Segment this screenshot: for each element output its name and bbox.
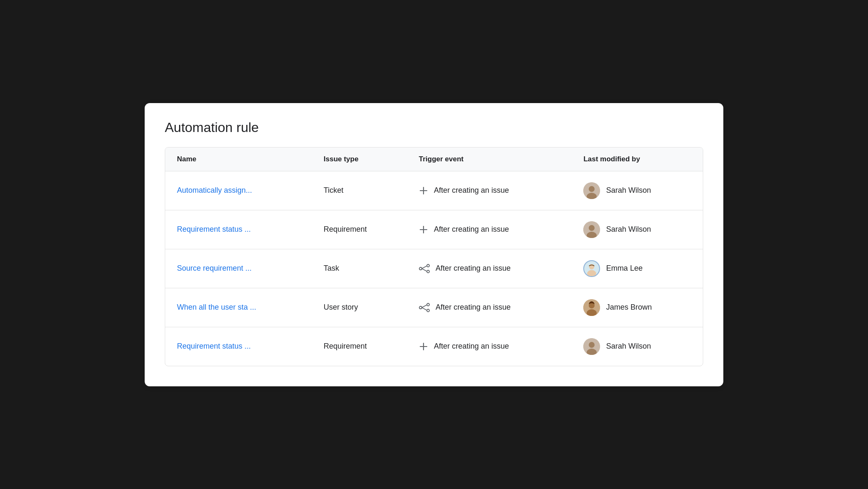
trigger-cell: After creating an issue bbox=[419, 303, 560, 312]
issue-type-cell: Requirement bbox=[312, 327, 407, 366]
trigger-icon bbox=[419, 225, 428, 234]
modifier-name: Sarah Wilson bbox=[606, 225, 651, 234]
modifier-name: Sarah Wilson bbox=[606, 342, 651, 351]
rule-name-link[interactable]: Requirement status ... bbox=[177, 342, 251, 350]
svg-point-12 bbox=[419, 267, 422, 270]
trigger-icon bbox=[419, 303, 430, 312]
svg-point-10 bbox=[427, 264, 429, 267]
svg-point-17 bbox=[587, 270, 597, 277]
issue-type-cell: User story bbox=[312, 288, 407, 327]
avatar bbox=[583, 221, 600, 238]
share-icon bbox=[419, 303, 430, 312]
table-row: Requirement status ... Requirement After… bbox=[165, 210, 703, 249]
trigger-icon bbox=[419, 264, 430, 273]
table-row: Automatically assign... Ticket After cre… bbox=[165, 171, 703, 210]
svg-line-21 bbox=[422, 305, 427, 308]
modified-cell: Sarah Wilson bbox=[583, 338, 691, 355]
rule-name-link[interactable]: Source requirement ... bbox=[177, 264, 252, 272]
issue-type-cell: Requirement bbox=[312, 210, 407, 249]
plus-icon bbox=[419, 342, 428, 351]
trigger-cell: After creating an issue bbox=[419, 186, 560, 195]
share-icon bbox=[419, 264, 430, 273]
avatar bbox=[583, 338, 600, 355]
svg-point-11 bbox=[427, 270, 429, 273]
svg-line-13 bbox=[422, 266, 427, 269]
svg-line-22 bbox=[422, 308, 427, 310]
issue-type-cell: Ticket bbox=[312, 171, 407, 210]
automation-rule-card: Automation rule Name Issue type Trigger … bbox=[145, 103, 723, 386]
svg-point-19 bbox=[427, 309, 429, 312]
trigger-cell: After creating an issue bbox=[419, 342, 560, 351]
modifier-name: James Brown bbox=[606, 303, 652, 312]
avatar bbox=[583, 182, 600, 199]
modified-cell: Sarah Wilson bbox=[583, 221, 691, 238]
page-title: Automation rule bbox=[165, 120, 703, 135]
svg-point-18 bbox=[427, 303, 429, 306]
modified-cell: Emma Lee bbox=[583, 260, 691, 277]
modified-cell: Sarah Wilson bbox=[583, 182, 691, 199]
col-header-issue-type: Issue type bbox=[312, 147, 407, 171]
trigger-text: After creating an issue bbox=[436, 303, 511, 312]
svg-point-20 bbox=[419, 306, 422, 309]
trigger-cell: After creating an issue bbox=[419, 264, 560, 273]
svg-point-3 bbox=[589, 186, 595, 192]
table-header-row: Name Issue type Trigger event Last modif… bbox=[165, 147, 703, 171]
trigger-text: After creating an issue bbox=[434, 342, 509, 351]
col-header-modified: Last modified by bbox=[572, 147, 703, 171]
trigger-icon bbox=[419, 186, 428, 195]
col-header-name: Name bbox=[165, 147, 312, 171]
trigger-cell: After creating an issue bbox=[419, 225, 560, 234]
rule-name-link[interactable]: When all the user sta ... bbox=[177, 303, 256, 311]
avatar bbox=[583, 299, 600, 316]
table-row: When all the user sta ... User story Aft… bbox=[165, 288, 703, 327]
table-row: Source requirement ... Task After creati… bbox=[165, 249, 703, 288]
trigger-text: After creating an issue bbox=[434, 225, 509, 234]
col-header-trigger: Trigger event bbox=[407, 147, 572, 171]
table-wrapper: Name Issue type Trigger event Last modif… bbox=[165, 147, 703, 366]
rule-name-link[interactable]: Automatically assign... bbox=[177, 186, 252, 194]
trigger-text: After creating an issue bbox=[436, 264, 511, 273]
modified-cell: James Brown bbox=[583, 299, 691, 316]
automation-table: Name Issue type Trigger event Last modif… bbox=[165, 147, 703, 366]
plus-icon bbox=[419, 225, 428, 234]
modifier-name: Sarah Wilson bbox=[606, 186, 651, 195]
modifier-name: Emma Lee bbox=[606, 264, 642, 273]
issue-type-cell: Task bbox=[312, 249, 407, 288]
plus-icon bbox=[419, 186, 428, 195]
rule-name-link[interactable]: Requirement status ... bbox=[177, 225, 251, 233]
table-row: Requirement status ... Requirement After… bbox=[165, 327, 703, 366]
svg-point-29 bbox=[589, 342, 595, 348]
avatar bbox=[583, 260, 600, 277]
svg-line-14 bbox=[422, 269, 427, 272]
svg-point-8 bbox=[589, 225, 595, 231]
trigger-icon bbox=[419, 342, 428, 351]
trigger-text: After creating an issue bbox=[434, 186, 509, 195]
